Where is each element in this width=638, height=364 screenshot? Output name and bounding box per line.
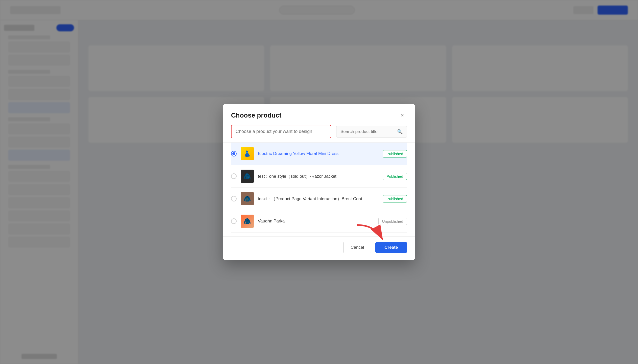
modal-overlay[interactable]: Choose product × 🔍 👗Electric Dreaming Ye… [0,0,638,364]
product-row[interactable]: 🧥Vaughn ParkaUnpublished [231,210,407,233]
product-row[interactable]: 🧥tesxt：（Product Page Variant Interaction… [231,188,407,210]
product-title-input[interactable] [231,125,331,138]
status-badge: Unpublished [378,218,407,225]
status-badge: Published [383,195,407,202]
modal-close-button[interactable]: × [398,111,407,120]
modal-footer: Cancel Create [223,236,415,260]
product-thumb-icon: 🧥 [243,218,251,225]
modal-header: Choose product × [223,104,415,125]
product-list: 👗Electric Dreaming Yellow Floral Mini Dr… [223,142,415,236]
product-name: Electric Dreaming Yellow Floral Mini Dre… [258,151,379,156]
radio-button[interactable] [231,173,237,179]
modal-title: Choose product [231,111,281,119]
product-row[interactable]: 👗Black DLMN Lace Up DressPublished [231,233,407,236]
search-box: 🔍 [336,126,407,138]
status-badge: Published [383,150,407,157]
product-thumbnail: 👗 [241,147,254,160]
create-button[interactable]: Create [375,242,407,253]
search-input[interactable] [340,129,395,134]
product-thumb-icon: 🧥 [243,195,251,202]
product-name: Vaughn Parka [258,219,374,224]
radio-button[interactable] [231,196,237,201]
product-name: test：one style（sold out）-Razor Jacket [258,173,379,179]
radio-button[interactable] [231,151,237,156]
choose-product-modal: Choose product × 🔍 👗Electric Dreaming Ye… [223,104,415,260]
cancel-button[interactable]: Cancel [343,242,371,253]
modal-controls: 🔍 [223,125,415,142]
product-name: tesxt：（Product Page Variant Interaction）… [258,196,379,202]
product-thumb-icon: 👗 [243,150,251,157]
search-icon: 🔍 [397,129,403,134]
product-row[interactable]: 👗Electric Dreaming Yellow Floral Mini Dr… [231,143,407,165]
product-thumbnail: 🧥 [241,215,254,228]
status-badge: Published [383,173,407,180]
product-thumb-icon: 🧥 [243,173,251,180]
product-row[interactable]: 🧥test：one style（sold out）-Razor JacketPu… [231,165,407,188]
product-thumbnail: 🧥 [241,170,254,183]
product-thumbnail: 🧥 [241,192,254,205]
radio-button[interactable] [231,218,237,224]
